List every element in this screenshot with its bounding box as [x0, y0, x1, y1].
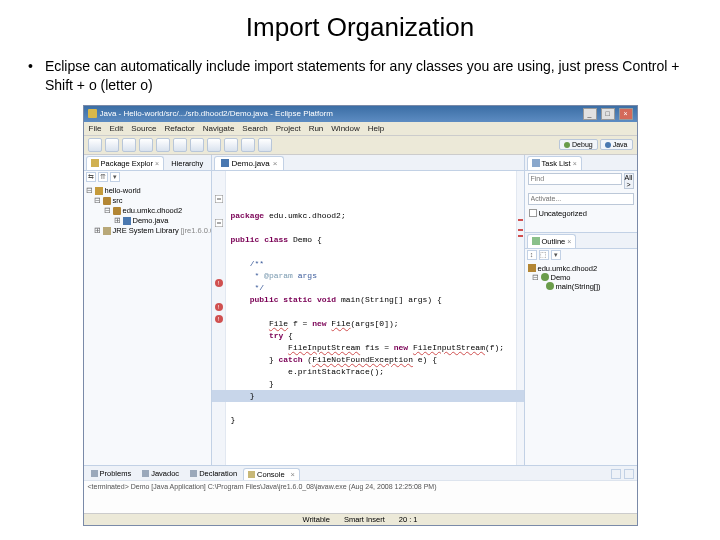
outline-icon: [532, 237, 540, 245]
twistie-icon[interactable]: ⊟: [94, 196, 101, 205]
slide-title: Import Organization: [28, 12, 692, 43]
class-icon: [541, 273, 549, 281]
pin-icon[interactable]: [611, 469, 621, 479]
menu-run[interactable]: Run: [309, 124, 324, 133]
tab-console[interactable]: Console×: [243, 468, 300, 480]
editor-tab-demo[interactable]: Demo.java ×: [214, 156, 285, 170]
package-tree[interactable]: ⊟hello-world ⊟src ⊟edu.umkc.dhood2 ⊞Demo…: [84, 183, 211, 465]
menu-help[interactable]: Help: [368, 124, 384, 133]
error-icon[interactable]: !: [215, 315, 223, 323]
status-bar: Writable Smart Insert 20 : 1: [84, 513, 637, 525]
tab-package-explorer[interactable]: Package Explor ×: [86, 156, 165, 170]
menu-project[interactable]: Project: [276, 124, 301, 133]
toolbar-button[interactable]: [224, 138, 238, 152]
close-button[interactable]: ×: [619, 108, 633, 120]
toolbar-button[interactable]: [241, 138, 255, 152]
java-file-icon: [123, 217, 131, 225]
minimize-button[interactable]: _: [583, 108, 597, 120]
view-menu-icon[interactable]: ▾: [110, 172, 120, 182]
error-icon[interactable]: !: [215, 303, 223, 311]
error-icon[interactable]: !: [215, 279, 223, 287]
window-title: Java - Hello-world/src/.../srb.dhood2/De…: [100, 109, 579, 118]
filter-icon[interactable]: ⬚: [539, 250, 549, 260]
task-all-button[interactable]: All >: [624, 173, 634, 189]
perspective-debug[interactable]: Debug: [559, 139, 598, 150]
bullet-dot: •: [28, 57, 33, 95]
menu-search[interactable]: Search: [242, 124, 267, 133]
perspective-java[interactable]: Java: [600, 139, 633, 150]
maximize-button[interactable]: □: [601, 108, 615, 120]
twistie-icon[interactable]: ⊞: [114, 216, 121, 225]
overview-ruler[interactable]: [516, 171, 524, 465]
tab-problems[interactable]: Problems: [86, 467, 137, 480]
toolbar-button[interactable]: [139, 138, 153, 152]
menu-window[interactable]: Window: [331, 124, 359, 133]
problems-icon: [91, 470, 98, 477]
bullet-item: • Eclipse can automatically include impo…: [28, 57, 692, 95]
close-icon[interactable]: ×: [573, 160, 577, 167]
fold-icon[interactable]: [215, 219, 223, 227]
bullet-text: Eclipse can automatically include import…: [45, 57, 692, 95]
task-activate-input[interactable]: [528, 193, 634, 205]
twistie-icon[interactable]: ⊟: [532, 273, 539, 282]
toolbar-button[interactable]: [105, 138, 119, 152]
tab-outline[interactable]: Outline ×: [527, 234, 577, 248]
library-icon: [103, 227, 111, 235]
package-explorer-icon: [91, 159, 99, 167]
method-icon: [546, 282, 554, 290]
bug-icon: [564, 142, 570, 148]
java-file-icon: [221, 159, 229, 167]
eclipse-icon: [88, 109, 97, 118]
menu-navigate[interactable]: Navigate: [203, 124, 235, 133]
sort-icon[interactable]: ↕: [527, 250, 537, 260]
toolbar-button[interactable]: [173, 138, 187, 152]
close-icon[interactable]: ×: [567, 238, 571, 245]
close-icon[interactable]: ×: [291, 470, 295, 479]
clear-icon[interactable]: [624, 469, 634, 479]
window-titlebar[interactable]: Java - Hello-world/src/.../srb.dhood2/De…: [84, 106, 637, 122]
collapse-all-icon[interactable]: ⇆: [86, 172, 96, 182]
outline-tree[interactable]: edu.umkc.dhood2 ⊟Demo main(String[]): [525, 261, 637, 294]
code-editor[interactable]: ! ! ! package edu.umkc.dhood2; public cl…: [212, 171, 524, 465]
declaration-icon: [190, 470, 197, 477]
menu-file[interactable]: File: [89, 124, 102, 133]
status-position: 20 : 1: [399, 515, 418, 524]
java-icon: [605, 142, 611, 148]
toolbar-button[interactable]: [207, 138, 221, 152]
task-search-input[interactable]: [528, 173, 622, 185]
tab-javadoc[interactable]: Javadoc: [137, 467, 184, 480]
view-menu-icon[interactable]: ▾: [551, 250, 561, 260]
tab-task-list[interactable]: Task List ×: [527, 156, 582, 170]
menu-bar: File Edit Source Refactor Navigate Searc…: [84, 122, 637, 136]
package-icon: [528, 264, 536, 272]
javadoc-icon: [142, 470, 149, 477]
tab-declaration[interactable]: Declaration: [185, 467, 242, 480]
toolbar: Debug Java: [84, 136, 637, 155]
toolbar-button[interactable]: [156, 138, 170, 152]
toolbar-button[interactable]: [190, 138, 204, 152]
package-icon: [113, 207, 121, 215]
menu-refactor[interactable]: Refactor: [165, 124, 195, 133]
twistie-icon[interactable]: ⊞: [94, 226, 101, 235]
checkbox[interactable]: [529, 209, 537, 217]
tab-hierarchy[interactable]: Hierarchy: [166, 156, 208, 170]
project-icon: [95, 187, 103, 195]
link-editor-icon[interactable]: ⇈: [98, 172, 108, 182]
twistie-icon[interactable]: ⊟: [86, 186, 93, 195]
eclipse-window: Java - Hello-world/src/.../srb.dhood2/De…: [83, 105, 638, 526]
status-writable: Writable: [303, 515, 330, 524]
task-category-row[interactable]: Uncategorized: [529, 209, 633, 218]
menu-source[interactable]: Source: [131, 124, 156, 133]
task-list-icon: [532, 159, 540, 167]
toolbar-button[interactable]: [88, 138, 102, 152]
twistie-icon[interactable]: ⊟: [104, 206, 111, 215]
close-icon[interactable]: ×: [155, 160, 159, 167]
close-icon[interactable]: ×: [273, 159, 278, 168]
src-folder-icon: [103, 197, 111, 205]
console-icon: [248, 471, 255, 478]
toolbar-button[interactable]: [258, 138, 272, 152]
toolbar-button[interactable]: [122, 138, 136, 152]
fold-icon[interactable]: [215, 195, 223, 203]
menu-edit[interactable]: Edit: [109, 124, 123, 133]
status-insert: Smart Insert: [344, 515, 385, 524]
